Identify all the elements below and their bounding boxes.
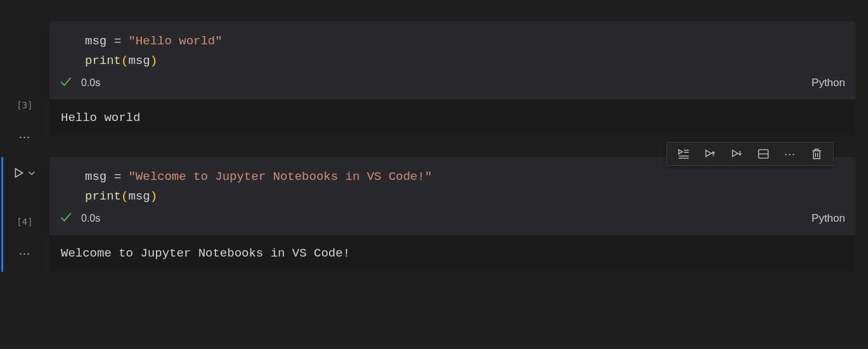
run-below-icon[interactable] <box>728 145 746 163</box>
language-label[interactable]: Python <box>812 77 845 89</box>
cell-body: msg = "Hello world" print(msg) 0.0s Pyth… <box>49 22 868 144</box>
execution-count: [4] <box>16 217 32 229</box>
code-token-paren: ( <box>121 189 128 203</box>
code-editor[interactable]: msg = "Welcome to Jupyter Notebooks in V… <box>49 157 855 235</box>
code-content[interactable]: msg = "Welcome to Jupyter Notebooks in V… <box>49 167 855 207</box>
language-label[interactable]: Python <box>812 212 845 225</box>
execution-count: [3] <box>16 100 32 113</box>
output-more-icon[interactable]: ··· <box>19 247 30 261</box>
more-actions-icon[interactable]: ··· <box>781 145 799 163</box>
run-above-icon[interactable] <box>701 145 719 163</box>
delete-cell-icon[interactable] <box>808 145 826 163</box>
code-token-var: msg <box>128 54 150 68</box>
cell-body: ··· msg = "Welcome to Jupyter Notebooks … <box>49 157 868 272</box>
success-check-icon <box>60 75 72 91</box>
notebook-cell[interactable]: [3] ··· msg = "Hello world" print(msg) 0… <box>0 22 868 144</box>
execution-time: 0.0s <box>81 213 100 224</box>
code-editor[interactable]: msg = "Hello world" print(msg) 0.0s Pyth… <box>49 22 855 99</box>
run-by-line-icon[interactable] <box>675 145 692 163</box>
notebook: [3] ··· msg = "Hello world" print(msg) 0… <box>0 22 868 272</box>
code-token-op: = <box>114 170 121 184</box>
cell-gutter: [3] ··· <box>0 22 49 144</box>
cell-output: Welcome to Jupyter Notebooks in VS Code! <box>49 235 855 272</box>
execution-time: 0.0s <box>81 77 100 89</box>
cell-gutter: [4] ··· <box>0 157 49 272</box>
notebook-cell[interactable]: [4] ··· <box>0 157 868 272</box>
split-cell-icon[interactable] <box>755 145 772 163</box>
code-content[interactable]: msg = "Hello world" print(msg) <box>49 32 855 72</box>
code-token-op: = <box>114 34 121 48</box>
code-token-paren: ) <box>150 189 157 203</box>
run-cell-icon[interactable] <box>13 167 25 181</box>
code-token-var: msg <box>128 189 150 203</box>
code-token-string: "Welcome to Jupyter Notebooks in VS Code… <box>128 170 432 184</box>
chevron-down-icon[interactable] <box>27 168 36 180</box>
code-token-var: msg <box>85 170 107 184</box>
code-token-paren: ) <box>150 54 157 68</box>
cell-toolbar: ··· <box>666 142 834 166</box>
code-token-var: msg <box>85 34 107 48</box>
code-token-fn: print <box>85 54 121 68</box>
code-token-fn: print <box>85 189 121 203</box>
output-more-icon[interactable]: ··· <box>19 130 30 144</box>
code-token-paren: ( <box>121 54 128 68</box>
cell-output: Hello world <box>49 99 855 136</box>
code-token-string: "Hello world" <box>128 34 222 48</box>
cell-status-bar: 0.0s Python <box>49 72 855 96</box>
success-check-icon <box>60 211 72 226</box>
cell-status-bar: 0.0s Python <box>49 207 855 231</box>
